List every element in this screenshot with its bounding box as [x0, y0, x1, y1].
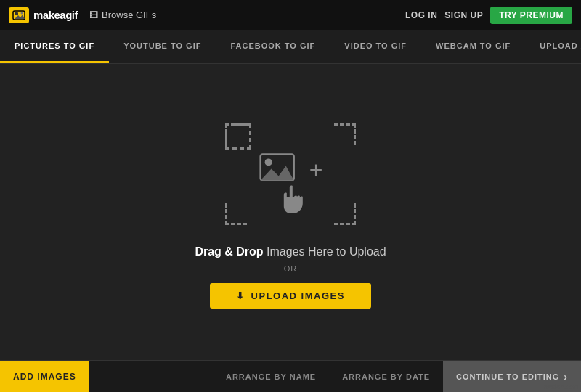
corner-tl [225, 123, 247, 145]
corner-br [334, 203, 356, 225]
browse-gifs-label: Browse GIFs [102, 9, 156, 20]
svg-point-5 [265, 158, 272, 166]
bottom-bar: ADD IMAGES ARRANGE BY NAME ARRANGE BY DA… [0, 360, 581, 392]
hand-pointer-icon [277, 181, 312, 219]
film-icon: 🎞 [89, 10, 98, 20]
tab-webcam-to-gif[interactable]: WEBCAM TO GIF [421, 30, 525, 63]
add-images-button[interactable]: ADD IMAGES [0, 361, 89, 393]
tab-video-to-gif[interactable]: VIDEO TO GIF [330, 30, 421, 63]
tab-pictures-to-gif[interactable]: PICTURES TO GIF [0, 30, 109, 63]
drag-drop-text: Drag & Drop Images Here to Upload [195, 245, 386, 258]
login-link[interactable]: LOG IN [405, 10, 437, 20]
corner-bl [225, 203, 247, 225]
premium-button[interactable]: TRY PREMIUM [490, 7, 572, 24]
watermark: wsxfdn.com [543, 383, 578, 391]
top-nav-left: makeagif 🎞 Browse GIFs [9, 7, 156, 23]
upload-images-label: UPLOAD IMAGES [251, 290, 345, 301]
drag-bold: Drag & Drop [195, 245, 263, 258]
logo-wordmark: makeagif [33, 9, 78, 21]
tabs-bar: PICTURES TO GIF YOUTUBE TO GIF FACEBOOK … [0, 30, 581, 64]
continue-label: CONTINUE TO EDITING [456, 372, 559, 381]
tab-youtube-to-gif[interactable]: YOUTUBE TO GIF [109, 30, 216, 63]
tab-facebook-to-gif[interactable]: FACEBOOK TO GIF [216, 30, 330, 63]
top-nav: makeagif 🎞 Browse GIFs LOG IN SIGN UP TR… [0, 0, 581, 30]
arrange-by-name-button[interactable]: ARRANGE BY NAME [213, 361, 329, 393]
signup-link[interactable]: SIGN UP [444, 10, 483, 20]
arrow-right-icon: › [564, 371, 568, 383]
top-nav-right: LOG IN SIGN UP TRY PREMIUM [405, 7, 572, 24]
drop-zone[interactable]: + [203, 116, 378, 232]
logo[interactable]: makeagif [9, 7, 78, 23]
bracket-box: + [225, 123, 356, 225]
corner-tr [334, 123, 356, 145]
svg-point-3 [21, 12, 23, 14]
browse-gifs-link[interactable]: 🎞 Browse GIFs [89, 9, 156, 20]
drag-rest: Images Here to Upload [264, 245, 386, 258]
svg-marker-6 [261, 166, 294, 180]
main-content: + Drag & Drop Images Here to Upload OR ⬇… [0, 64, 581, 360]
arrange-by-date-button[interactable]: ARRANGE BY DATE [329, 361, 443, 393]
upload-images-button[interactable]: ⬇ UPLOAD IMAGES [210, 283, 371, 309]
tab-upload-a-gif[interactable]: UPLOAD A GIF [525, 30, 581, 63]
plus-icon: + [309, 158, 323, 181]
logo-icon [9, 7, 29, 23]
or-divider: OR [284, 264, 298, 273]
upload-icon: ⬇ [236, 290, 245, 301]
bottom-bar-right: ARRANGE BY NAME ARRANGE BY DATE CONTINUE… [213, 361, 581, 393]
svg-rect-1 [15, 12, 18, 15]
